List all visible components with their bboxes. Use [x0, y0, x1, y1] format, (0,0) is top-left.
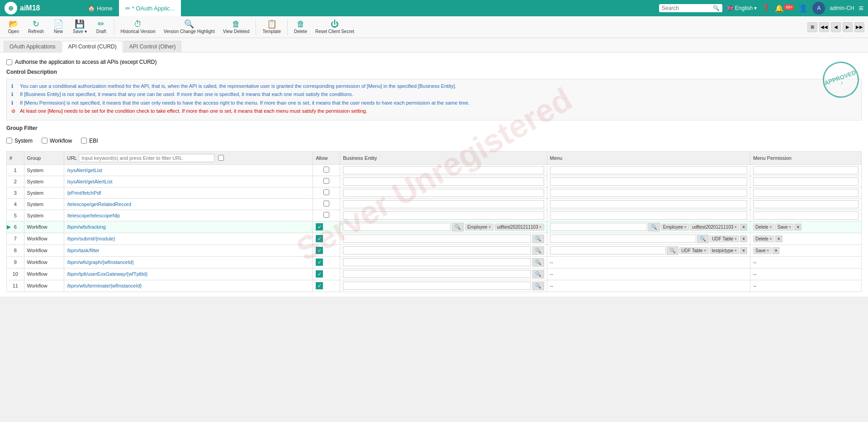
nav-tab-home[interactable]: 🏠 Home — [81, 0, 119, 16]
last-record-button[interactable]: ▶▶ — [854, 22, 864, 32]
save-button[interactable]: 💾 Save ▾ — [69, 18, 90, 36]
notification-icon[interactable]: 🔔99+ — [775, 4, 794, 13]
new-icon: 📄 — [53, 20, 63, 28]
allow-checked-icon[interactable]: ✓ — [316, 259, 323, 266]
col-url: URL — [64, 151, 313, 164]
new-button[interactable]: 📄 New — [48, 18, 68, 36]
allow-checked-icon[interactable]: ✓ — [316, 223, 323, 230]
info-icon-3: ℹ — [11, 100, 18, 106]
url-filter-input[interactable] — [79, 154, 214, 162]
row-entity: 🔍 — [340, 245, 547, 256]
col-group: Group — [24, 151, 64, 164]
main-content: OAuth Applications API Control (CURD) AP… — [0, 38, 868, 297]
perm-remove-btn[interactable]: × — [794, 224, 802, 230]
row-allow: ✓ — [313, 233, 340, 245]
hamburger-menu[interactable]: ≡ — [859, 4, 863, 13]
reset-client-secret-button[interactable]: ⏻ Reset Client Secret — [312, 18, 358, 36]
open-button[interactable]: 📂 Open — [4, 18, 24, 36]
view-deleted-button[interactable]: 🗑 View Deleted — [219, 18, 253, 36]
logo-text: aiM18 — [20, 4, 40, 12]
draft-button[interactable]: ✏ Draft — [91, 18, 111, 36]
row-num: 11 — [7, 280, 24, 292]
entity-search-btn[interactable]: 🔍 — [452, 223, 464, 231]
info-line-3: ℹ If [Menu Permission] is not specified,… — [11, 100, 857, 106]
row-num: 5 — [7, 210, 24, 221]
table-row: 3 System /jrPrint/fetchPdf — [7, 187, 862, 198]
entity-search-btn[interactable]: 🔍 — [532, 246, 544, 255]
filter-workflow: Workflow — [42, 138, 72, 144]
search-box[interactable]: 🔍 — [659, 4, 722, 12]
filter-system-label: System — [14, 138, 33, 144]
entity-tag-employee: Employee × — [465, 224, 493, 230]
error-icon: ⊘ — [11, 108, 18, 115]
menu-remove-btn[interactable]: × — [740, 235, 747, 242]
nav-tabs-top: 🏠 Home ✏ * OAuth Applic... — [81, 0, 659, 16]
menu-search-btn[interactable]: 🔍 — [648, 223, 660, 231]
menu-search-btn[interactable]: 🔍 — [697, 235, 709, 243]
menu-tag-testpictype: testpictype × — [710, 247, 740, 254]
row-allow: ✓ — [313, 245, 340, 256]
row-group: Workflow — [24, 221, 64, 233]
language-selector[interactable]: 🇬🇧 English ▾ — [727, 5, 757, 11]
filter-workflow-checkbox[interactable] — [42, 138, 47, 144]
filter-ebi-checkbox[interactable] — [81, 138, 87, 144]
row-url: /sysAlert/getList — [64, 164, 313, 176]
row-entity: 🔍 Employee × udftest20201211103 × — [340, 221, 547, 233]
avatar[interactable]: A — [812, 2, 825, 14]
table-row: 9 Workflow /bpm/wfs/graph/{wfInstanceId}… — [7, 256, 862, 268]
filter-system-checkbox[interactable] — [6, 138, 12, 144]
menu-remove-btn[interactable]: × — [740, 224, 747, 230]
row-url: /bpm/wfs/tracking — [64, 221, 313, 233]
allow-checked-icon[interactable]: ✓ — [316, 270, 323, 278]
tab-api-control-other[interactable]: API Control (Other) — [123, 41, 182, 52]
tab-api-control-curd[interactable]: API Control (CURD) — [62, 41, 122, 53]
row-menu-perm — [750, 198, 862, 210]
home-icon: 🏠 — [88, 5, 95, 12]
row-menu: -- — [547, 268, 750, 280]
row-num: 9 — [7, 256, 24, 268]
chevron-down-icon: ▾ — [754, 5, 757, 11]
grid-view-button[interactable]: ⊞ — [807, 22, 817, 32]
version-change-icon: 🔍 — [184, 20, 194, 28]
entity-search-btn[interactable]: 🔍 — [532, 270, 544, 278]
allow-checked-icon[interactable]: ✓ — [316, 247, 323, 254]
entity-search-btn[interactable]: 🔍 — [532, 282, 544, 290]
refresh-button[interactable]: ↻ Refresh — [24, 18, 47, 36]
row-num: ▶ 6 — [7, 221, 24, 233]
first-record-button[interactable]: ◀◀ — [819, 22, 829, 32]
row-menu: 🔍 UDF Table × testpictype × × — [547, 245, 750, 256]
authorize-checkbox[interactable] — [6, 59, 12, 65]
row-menu — [547, 187, 750, 198]
allow-checked-icon[interactable]: ✓ — [316, 282, 323, 289]
filter-ebi: EBI — [81, 138, 98, 144]
nav-right: 🔍 🇬🇧 English ▾ ❓ 🔔99+ 👤 A admin-CH ≡ — [659, 2, 863, 14]
perm-remove-btn[interactable]: × — [775, 235, 783, 242]
tab-oauth-applications[interactable]: OAuth Applications — [4, 41, 61, 52]
menu-remove-btn[interactable]: × — [740, 247, 747, 254]
perm-remove-btn[interactable]: × — [773, 247, 780, 254]
help-icon[interactable]: ❓ — [761, 4, 770, 13]
template-button[interactable]: 📋 Template — [259, 18, 285, 36]
perm-tag-save: Save × — [753, 247, 772, 254]
row-group: System — [24, 210, 64, 221]
version-change-button[interactable]: 🔍 Version Change Highlight — [160, 18, 218, 36]
search-input[interactable] — [662, 5, 711, 11]
row-menu-perm — [750, 164, 862, 176]
menu-search-btn[interactable]: 🔍 — [667, 246, 678, 255]
info-block: ℹ You can use a conditional authorizatio… — [6, 79, 862, 120]
row-entity — [340, 176, 547, 187]
next-record-button[interactable]: ▶ — [843, 22, 853, 32]
select-all-checkbox[interactable] — [218, 155, 224, 161]
user-profile-icon[interactable]: 👤 — [799, 4, 808, 13]
delete-button[interactable]: 🗑 Delete — [290, 18, 311, 36]
col-menu: Menu — [547, 151, 750, 164]
menu-tag-udf: udftest20201211103 × — [690, 224, 739, 230]
allow-checked-icon[interactable]: ✓ — [316, 235, 323, 242]
row-arrow: ▶ — [7, 224, 11, 230]
nav-tab-oauth[interactable]: ✏ * OAuth Applic... — [119, 0, 181, 16]
entity-search-btn[interactable]: 🔍 — [532, 258, 544, 267]
entity-search-btn[interactable]: 🔍 — [532, 235, 544, 243]
historical-version-button[interactable]: ⏱ Historical Version — [117, 18, 159, 36]
row-group: Workflow — [24, 233, 64, 245]
prev-record-button[interactable]: ◀ — [831, 22, 841, 32]
